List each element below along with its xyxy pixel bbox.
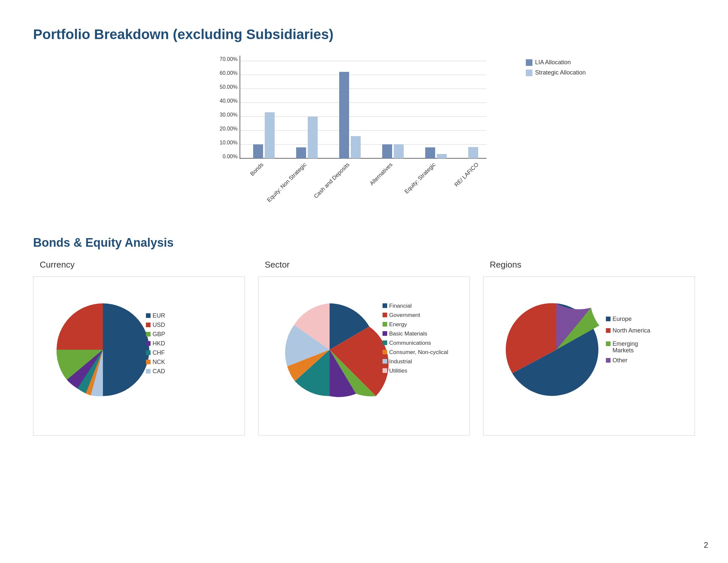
- svg-rect-32: [383, 304, 387, 308]
- svg-rect-42: [383, 350, 387, 354]
- svg-rect-24: [146, 341, 151, 346]
- svg-text:70.00%: 70.00%: [220, 56, 238, 62]
- svg-rect-46: [383, 368, 387, 373]
- svg-text:North America: North America: [613, 327, 651, 334]
- x-label-alt: Alternatives: [369, 161, 394, 186]
- svg-text:Energy: Energy: [389, 321, 407, 328]
- sector-panel: Financial Government Energy Basic Materi…: [258, 276, 470, 436]
- bar-equity-s-strategic: [437, 154, 447, 158]
- charts-row: EUR USD GBP HKD CHF NCK CAD: [33, 276, 695, 436]
- svg-rect-36: [383, 322, 387, 327]
- bar-chart-section: LIA Allocation Strategic Allocation 0.00…: [33, 56, 695, 216]
- svg-text:Utilities: Utilities: [389, 368, 407, 374]
- svg-text:HKD: HKD: [153, 340, 165, 347]
- legend-strategic: Strategic Allocation: [526, 69, 586, 76]
- svg-rect-40: [383, 341, 387, 345]
- svg-text:Basic Materials: Basic Materials: [389, 331, 427, 337]
- bar-re-strategic: [468, 147, 478, 158]
- svg-text:CHF: CHF: [153, 350, 165, 356]
- svg-text:20.00%: 20.00%: [220, 126, 238, 131]
- svg-text:Government: Government: [389, 312, 420, 318]
- svg-text:Other: Other: [613, 357, 627, 364]
- svg-text:0.00%: 0.00%: [223, 154, 238, 159]
- regions-pie-svg: Europe North America Emerging Markets Ot…: [493, 287, 665, 413]
- pie-usd: [57, 304, 103, 350]
- svg-rect-48: [606, 317, 611, 321]
- bar-cash-strategic: [351, 136, 361, 158]
- currency-subtitle: Currency: [33, 259, 245, 270]
- regions-subtitle: Regions: [483, 259, 695, 270]
- bonds-section-title: Bonds & Equity Analysis: [33, 236, 695, 250]
- svg-text:USD: USD: [153, 322, 165, 328]
- svg-text:10.00%: 10.00%: [220, 140, 238, 145]
- svg-rect-55: [606, 358, 611, 363]
- svg-text:Financial: Financial: [389, 303, 412, 309]
- svg-text:Europe: Europe: [613, 316, 632, 322]
- svg-rect-50: [606, 328, 611, 333]
- currency-pie-svg: EUR USD GBP HKD CHF NCK CAD: [43, 287, 215, 413]
- legend-lia-box: [526, 59, 532, 66]
- svg-text:50.00%: 50.00%: [220, 84, 238, 90]
- svg-rect-22: [146, 332, 151, 337]
- bar-bonds-strategic: [265, 112, 275, 158]
- svg-text:Communications: Communications: [389, 340, 431, 346]
- page-title: Portfolio Breakdown (excluding Subsidiar…: [33, 26, 695, 42]
- legend-strategic-label: Strategic Allocation: [535, 69, 586, 76]
- svg-text:40.00%: 40.00%: [220, 98, 238, 104]
- svg-rect-44: [383, 359, 387, 364]
- bonds-equity-section: Bonds & Equity Analysis Currency Sector …: [33, 236, 695, 436]
- bar-chart-svg: 0.00% 10.00% 20.00% 30.00% 40.00% 50.00%…: [215, 56, 500, 214]
- bar-chart-legend: LIA Allocation Strategic Allocation: [526, 59, 586, 76]
- bar-equity-s-lia: [425, 147, 435, 158]
- legend-strategic-box: [526, 70, 532, 76]
- x-label-re: RE/ LAFICO: [453, 161, 480, 188]
- svg-rect-52: [606, 342, 611, 346]
- svg-text:GBP: GBP: [153, 331, 165, 338]
- sector-pie-svg: Financial Government Energy Basic Materi…: [268, 287, 454, 413]
- svg-rect-34: [383, 313, 387, 317]
- svg-text:Consumer, Non-cyclical: Consumer, Non-cyclical: [389, 349, 448, 355]
- svg-text:Markets: Markets: [613, 347, 634, 354]
- currency-panel: EUR USD GBP HKD CHF NCK CAD: [33, 276, 245, 436]
- bar-equity-ns-strategic: [308, 117, 318, 158]
- bar-bonds-lia: [253, 144, 263, 158]
- bar-alt-strategic: [394, 144, 404, 158]
- regions-panel: Europe North America Emerging Markets Ot…: [483, 276, 695, 436]
- svg-rect-38: [383, 331, 387, 336]
- svg-text:Emerging: Emerging: [613, 341, 638, 347]
- x-label-equity-s: Equity: Strategic: [403, 161, 437, 195]
- page: Portfolio Breakdown (excluding Subsidiar…: [0, 0, 728, 563]
- svg-rect-18: [146, 313, 151, 318]
- page-number: 2: [704, 540, 708, 550]
- svg-rect-20: [146, 323, 151, 327]
- x-label-cash: Cash and Deposits: [313, 161, 351, 199]
- sector-subtitle: Sector: [258, 259, 470, 270]
- bar-cash-lia: [339, 72, 349, 158]
- legend-lia-label: LIA Allocation: [535, 59, 571, 66]
- svg-text:CAD: CAD: [153, 368, 165, 375]
- x-label-bonds: Bonds: [249, 161, 265, 177]
- svg-text:NCK: NCK: [153, 359, 165, 365]
- svg-text:EUR: EUR: [153, 312, 165, 319]
- bar-chart-container: LIA Allocation Strategic Allocation 0.00…: [215, 56, 513, 216]
- svg-rect-26: [146, 351, 151, 355]
- svg-rect-28: [146, 360, 151, 364]
- x-label-equity-ns: Equity: Non Strategic: [266, 161, 308, 203]
- bar-alt-lia: [382, 144, 392, 158]
- svg-text:60.00%: 60.00%: [220, 70, 238, 76]
- svg-text:30.00%: 30.00%: [220, 112, 238, 117]
- svg-text:Industrial: Industrial: [389, 358, 412, 365]
- legend-lia: LIA Allocation: [526, 59, 586, 66]
- bar-equity-ns-lia: [296, 147, 306, 158]
- chart-subtitles-row: Currency Sector Regions: [33, 259, 695, 270]
- svg-rect-30: [146, 369, 151, 374]
